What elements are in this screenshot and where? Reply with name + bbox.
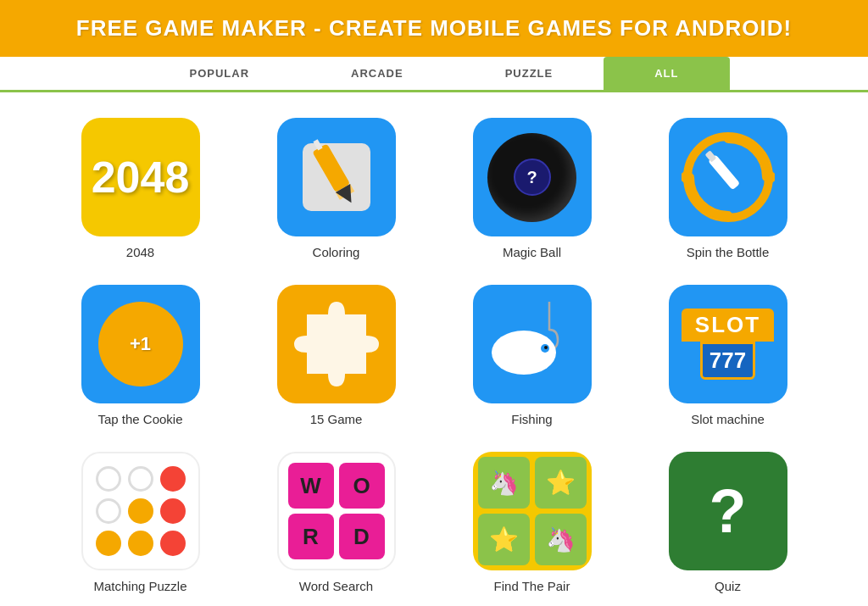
word-cell-r: R [288, 514, 334, 559]
pair-cell-4: 🦄 [535, 514, 587, 565]
cookie-label: +1 [130, 333, 151, 355]
game-label-2048: 2048 [126, 245, 154, 259]
dot-2 [128, 466, 153, 492]
magic-ball-circle: ? [487, 133, 576, 222]
svg-point-14 [544, 346, 548, 349]
magic-ball-inner: ? [514, 158, 551, 196]
magic-ball-symbol: ? [526, 168, 537, 187]
game-label-magic-ball: Magic Ball [503, 245, 561, 259]
dots-grid [87, 458, 194, 564]
dot-5 [128, 498, 153, 524]
game-label-find-pair: Find The Pair [494, 579, 570, 593]
quiz-question-mark: ? [709, 476, 747, 546]
dot-8 [128, 531, 153, 556]
nav-arcade[interactable]: ARCADE [300, 57, 454, 90]
game-label-15: 15 Game [310, 412, 363, 426]
icon-2048-text: 2048 [92, 152, 190, 203]
game-icon-coloring [277, 118, 396, 236]
game-label-matching: Matching Puzzle [93, 579, 186, 593]
slot-top-label: SLOT [682, 309, 774, 342]
game-item-matching[interactable]: Matching Puzzle [51, 452, 230, 593]
game-item-2048[interactable]: 2048 2048 [51, 118, 230, 259]
pair-cell-2: ⭐ [535, 457, 587, 509]
game-label-fishing: Fishing [511, 412, 552, 426]
game-label-spin-bottle: Spin the Bottle [687, 245, 770, 259]
word-cell-w: W [288, 463, 334, 509]
game-icon-word-search: W O R D [277, 452, 396, 570]
game-icon-fishing [473, 285, 592, 403]
svg-marker-7 [682, 169, 687, 186]
puzzle-svg [290, 297, 383, 391]
nav-all[interactable]: ALL [604, 57, 729, 90]
game-label-coloring: Coloring [313, 245, 360, 259]
game-icon-quiz: ? [669, 452, 787, 570]
game-icon-matching [81, 452, 200, 570]
game-label-word-search: Word Search [299, 579, 373, 593]
dot-3 [160, 466, 186, 492]
svg-point-11 [492, 331, 556, 375]
game-icon-15 [277, 285, 396, 403]
navigation: POPULAR ARCADE PUZZLE ALL [0, 57, 868, 92]
svg-marker-6 [769, 169, 775, 186]
games-grid: 2048 2048 Coloring ? [0, 92, 868, 606]
pair-cell-1: 🦄 [478, 457, 530, 509]
game-item-15[interactable]: 15 Game [247, 285, 426, 426]
game-label-slot: Slot machine [691, 412, 765, 426]
game-item-quiz[interactable]: ? Quiz [638, 452, 817, 593]
cookie-circle: +1 [98, 302, 183, 386]
game-item-coloring[interactable]: Coloring [247, 118, 426, 259]
game-icon-tap-cookie: +1 [81, 285, 200, 403]
banner: FREE GAME MAKER - CREATE MOBILE GAMES FO… [0, 0, 868, 57]
game-item-slot[interactable]: SLOT 777 Slot machine [638, 285, 817, 426]
nav-puzzle[interactable]: PUZZLE [454, 57, 604, 90]
game-icon-magic-ball: ? [473, 118, 592, 236]
game-item-tap-cookie[interactable]: +1 Tap the Cookie [51, 285, 230, 426]
pair-grid: 🦄 ⭐ ⭐ 🦄 [478, 457, 587, 565]
nav-popular[interactable]: POPULAR [138, 57, 300, 90]
game-item-find-pair[interactable]: 🦄 ⭐ ⭐ 🦄 Find The Pair [442, 452, 621, 593]
game-icon-slot: SLOT 777 [669, 285, 787, 403]
word-cell-o: O [339, 463, 385, 509]
dot-1 [96, 466, 121, 492]
dot-7 [96, 531, 121, 556]
coloring-svg [294, 135, 379, 220]
pair-cell-3: ⭐ [478, 514, 530, 565]
slot-inner: SLOT 777 [682, 309, 774, 380]
slot-bottom-label: 777 [700, 342, 755, 380]
banner-title: FREE GAME MAKER - CREATE MOBILE GAMES FO… [0, 15, 868, 42]
game-label-tap-cookie: Tap the Cookie [97, 412, 182, 426]
game-item-word-search[interactable]: W O R D Word Search [247, 452, 426, 593]
dot-6 [160, 498, 186, 524]
game-item-spin-bottle[interactable]: Spin the Bottle [638, 118, 817, 259]
game-item-magic-ball[interactable]: ? Magic Ball [442, 118, 621, 259]
word-grid: W O R D [288, 463, 385, 559]
game-icon-spin-bottle [669, 118, 787, 236]
word-cell-d: D [339, 514, 385, 559]
spin-svg [682, 131, 775, 224]
game-item-fishing[interactable]: Fishing [442, 285, 621, 426]
dot-9 [160, 531, 186, 556]
fishing-svg [486, 297, 579, 391]
game-icon-2048: 2048 [81, 118, 200, 236]
game-icon-find-pair: 🦄 ⭐ ⭐ 🦄 [473, 452, 592, 570]
dot-4 [96, 498, 121, 524]
game-label-quiz: Quiz [715, 579, 741, 593]
